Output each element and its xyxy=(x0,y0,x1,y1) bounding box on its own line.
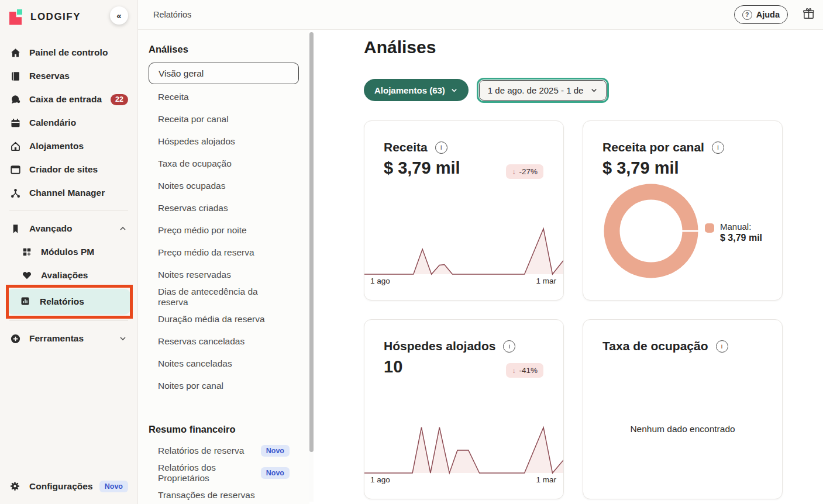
subnav-item-preco-medio-por-noite[interactable]: Preço médio por noite xyxy=(138,219,309,241)
card-title: Receita xyxy=(384,140,428,154)
x-axis-start-label: 1 ago xyxy=(370,277,390,285)
subnav-item-duracao-media[interactable]: Duração média da reserva xyxy=(138,308,309,330)
subnav-item-noites-reservadas[interactable]: Noites reservadas xyxy=(138,264,309,286)
lodgify-logo-icon xyxy=(9,9,25,25)
legend-label: Manual: xyxy=(720,222,762,232)
subnav-item-transacoes-de-reservas[interactable]: Transações de reservas xyxy=(138,484,309,504)
sidebar-item-caixa-de-entrada[interactable]: Caixa de entrada 22 xyxy=(0,88,137,111)
subnav-item-reservas-canceladas[interactable]: Reservas canceladas xyxy=(138,330,309,353)
subnav-item-taxa-de-ocupacao[interactable]: Taxa de ocupação xyxy=(138,153,309,175)
house-icon xyxy=(9,140,21,152)
sidebar-item-reservas[interactable]: Reservas xyxy=(0,64,137,88)
sidebar-divider xyxy=(9,210,128,211)
scrollbar-thumb[interactable] xyxy=(309,32,314,452)
subnav-item-label: Dias de antecedência da reserva xyxy=(158,286,290,308)
subnav-item-label: Preço médio da reserva xyxy=(158,247,254,258)
home-icon xyxy=(9,47,21,58)
subnav-item-dias-de-antecedencia[interactable]: Dias de antecedência da reserva xyxy=(138,286,309,308)
sidebar-header: LODGIFY « xyxy=(0,0,137,34)
subnav-section-title: Análises xyxy=(149,44,309,55)
properties-filter-dropdown[interactable]: Alojamentos (63) xyxy=(364,79,469,101)
card-value: 10 xyxy=(384,357,402,377)
sidebar-item-label: Módulos PM xyxy=(41,247,94,257)
sidebar-item-painel[interactable]: Painel de controlo xyxy=(0,41,137,64)
plus-circle-icon xyxy=(9,333,21,344)
sidebar-item-label: Channel Manager xyxy=(29,188,105,198)
info-icon[interactable]: i xyxy=(435,141,447,154)
help-button[interactable]: ? Ajuda xyxy=(734,5,788,24)
subnav-item-relatorios-dos-proprietarios[interactable]: Relatórios dos Proprietários Novo xyxy=(138,462,309,484)
gift-icon[interactable] xyxy=(802,7,815,20)
reports-icon xyxy=(20,296,32,308)
sidebar-item-relatorios[interactable]: Relatórios xyxy=(7,289,130,315)
browser-icon xyxy=(9,164,21,175)
sidebar-item-configuracoes[interactable]: Configurações Novo xyxy=(0,475,137,498)
card-receita: Receita i $ 3,79 mil ↓ -27% 1 ago 1 mar xyxy=(364,120,564,301)
subnav-item-label: Receita por canal xyxy=(158,114,229,125)
subnav-item-label: Noites ocupadas xyxy=(158,181,225,191)
card-taxa-de-ocupacao: Taxa de ocupação i Nenhum dado encontrad… xyxy=(583,319,783,499)
subnav-item-label: Visão geral xyxy=(159,68,204,79)
info-icon[interactable]: i xyxy=(503,340,515,353)
breadcrumb: Relatórios xyxy=(153,10,191,19)
subnav-item-receita-por-canal[interactable]: Receita por canal xyxy=(138,108,309,130)
sidebar-item-ferramentas[interactable]: Ferramentas xyxy=(0,327,137,350)
sidebar-item-avancado[interactable]: Avançado xyxy=(0,217,137,240)
subnav-item-label: Reservas canceladas xyxy=(158,336,245,347)
modules-icon xyxy=(21,246,33,258)
card-receita-por-canal: Receita por canal i $ 3,79 mil Manual: $… xyxy=(583,120,783,301)
subnav-item-relatorios-de-reserva[interactable]: Relatórios de reserva Novo xyxy=(138,440,309,462)
arrow-down-icon: ↓ xyxy=(512,367,515,375)
chevron-down-icon xyxy=(119,334,127,343)
legend-value: $ 3,79 mil xyxy=(720,233,762,243)
sidebar-item-channel-manager[interactable]: Channel Manager xyxy=(0,181,137,205)
chevron-up-icon xyxy=(119,225,127,233)
x-axis-start-label: 1 ago xyxy=(370,475,390,484)
sidebar-collapse-button[interactable]: « xyxy=(110,6,128,25)
sidebar-item-label: Relatórios xyxy=(40,296,84,307)
help-button-label: Ajuda xyxy=(756,10,780,19)
subnav-item-label: Relatórios de reserva xyxy=(158,446,244,456)
sidebar-item-label: Alojamentos xyxy=(29,141,84,151)
subnav-item-label: Noites canceladas xyxy=(158,358,232,369)
donut-legend: Manual: $ 3,79 mil xyxy=(705,222,762,243)
sidebar-item-criador-de-sites[interactable]: Criador de sites xyxy=(0,158,137,181)
subnav-item-label: Preço médio por noite xyxy=(158,225,247,236)
subnav-item-noites-canceladas[interactable]: Noites canceladas xyxy=(138,353,309,375)
subnav-scrollbar[interactable] xyxy=(309,32,314,502)
sidebar-item-label: Ferramentas xyxy=(29,333,84,344)
subnav-item-label: Duração média da reserva xyxy=(158,314,265,325)
delta-value: -41% xyxy=(519,366,538,375)
date-range-dropdown[interactable]: 1 de ago. de 2025 - 1 de xyxy=(479,80,607,101)
sidebar-divider xyxy=(9,320,128,321)
subnav-item-hospedes-alojados[interactable]: Hóspedes alojados xyxy=(138,130,309,153)
subnav-item-label: Noites reservadas xyxy=(158,270,231,280)
card-hospedes-alojados: Hóspedes alojados i 10 ↓ -41% 1 ago 1 ma… xyxy=(364,319,564,499)
legend-swatch xyxy=(705,223,714,233)
delta-value: -27% xyxy=(519,167,538,176)
sidebar-item-label: Configurações xyxy=(29,481,93,492)
subnav-item-reservas-criadas[interactable]: Reservas criadas xyxy=(138,197,309,219)
info-icon[interactable]: i xyxy=(712,141,724,154)
info-icon[interactable]: i xyxy=(716,340,728,353)
sidebar-item-alojamentos[interactable]: Alojamentos xyxy=(0,134,137,158)
subnav-item-noites-por-canal[interactable]: Noites por canal xyxy=(138,375,309,397)
subnav-item-label: Noites por canal xyxy=(158,381,223,391)
hospedes-sparkline-chart xyxy=(364,422,564,478)
sidebar-item-label: Reservas xyxy=(29,71,70,81)
subnav-item-visao-geral[interactable]: Visão geral xyxy=(149,63,299,84)
arrow-down-icon: ↓ xyxy=(512,168,515,176)
sidebar-item-avaliacoes[interactable]: Avaliações xyxy=(0,264,137,287)
card-title: Taxa de ocupação xyxy=(602,339,708,353)
subnav-section-title-financeiro: Resumo financeiro xyxy=(149,424,309,435)
subnav-item-noites-ocupadas[interactable]: Noites ocupadas xyxy=(138,175,309,197)
sidebar-item-modulos-pm[interactable]: Módulos PM xyxy=(0,240,137,264)
sidebar-item-calendario[interactable]: Calendário xyxy=(0,111,137,134)
subnav-item-preco-medio-da-reserva[interactable]: Preço médio da reserva xyxy=(138,241,309,264)
chat-icon xyxy=(9,94,21,105)
heart-icon xyxy=(21,270,33,281)
subnav-item-label: Receita xyxy=(158,92,189,102)
subnav-item-receita[interactable]: Receita xyxy=(138,86,309,108)
channel-donut-chart xyxy=(602,182,700,279)
sidebar-item-label: Avaliações xyxy=(41,270,88,281)
